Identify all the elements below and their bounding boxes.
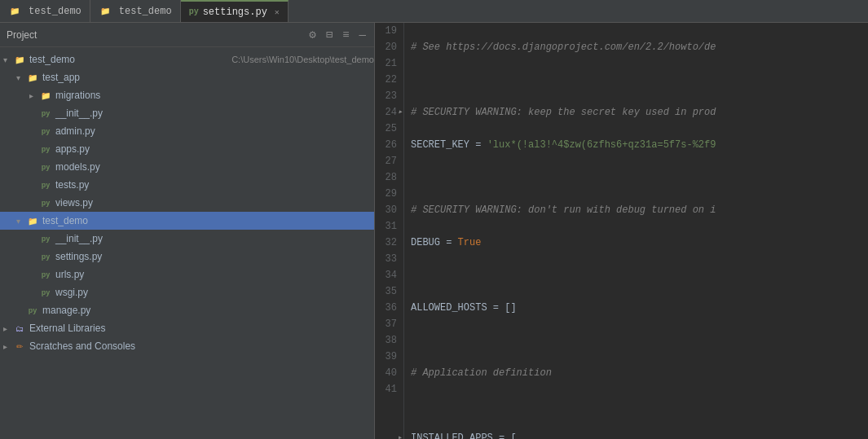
tree-item-wsgi[interactable]: py wsgi.py [0,283,374,301]
py-file-icon: py [39,125,52,138]
tree-label: admin.py [55,125,374,137]
tab-project[interactable]: 📁 test_demo [0,0,90,22]
tree-item-settings[interactable]: py settings.py [0,248,374,266]
split-icon[interactable]: ⊟ [324,26,334,43]
tree-label: __init__.py [55,108,374,119]
tree-item-init-app[interactable]: py __init__.py [0,104,374,122]
tree-item-models[interactable]: py models.py [0,158,374,176]
code-line-31: ▸INSTALLED_APPS = [ [411,430,861,439]
file-tree: 📁 test_demo C:\Users\Win10\Desktop\test_… [0,47,374,439]
code-line-25: DEBUG = True [411,235,861,251]
code-line-20 [411,72,861,88]
tree-arrow [3,342,13,351]
tab-settings-py[interactable]: py settings.py ✕ [181,0,289,22]
tree-item-tests[interactable]: py tests.py [0,176,374,194]
tree-item-root[interactable]: 📁 test_demo C:\Users\Win10\Desktop\test_… [0,50,374,68]
tree-arrow [29,91,39,100]
folder-icon: 📁 [26,214,39,227]
py-file-icon: py [39,196,52,209]
settings-icon[interactable]: ≡ [341,27,350,43]
py-file-icon: py [26,304,39,317]
py-file-icon: py [39,232,52,245]
tree-label: test_demo [42,215,374,226]
scratches-icon: ✏ [13,340,26,353]
tree-label: settings.py [55,251,374,262]
code-line-30 [411,397,861,414]
main-layout: Project ⚙ ⊟ ≡ — 📁 test_demo C:\Users\Win… [0,23,868,439]
tree-item-init-demo[interactable]: py __init__.py [0,230,374,248]
code-area[interactable]: 19 20 21 22 23 24 25 26 27 28 29 30 31 3… [375,23,868,439]
line-numbers: 19 20 21 22 23 24 25 26 27 28 29 30 31 3… [375,23,404,439]
tree-label: models.py [55,161,374,173]
folder-icon: 📁 [39,89,52,102]
sidebar-title: Project [7,29,301,41]
code-line-28 [411,332,861,349]
sidebar: Project ⚙ ⊟ ≡ — 📁 test_demo C:\Users\Win… [0,23,375,439]
py-file-icon: py [39,268,52,281]
py-file-icon: py [39,107,52,120]
tree-arrow [3,324,13,333]
folder-icon: 📁 [99,5,112,18]
tree-item-admin[interactable]: py admin.py [0,122,374,140]
sidebar-toolbar: Project ⚙ ⊟ ≡ — [0,23,374,47]
py-file-icon: py [39,143,52,156]
code-line-21: ▸# SECURITY WARNING: keep the secret key… [411,104,861,121]
tree-item-manage[interactable]: py manage.py [0,301,374,319]
tab-label: settings.py [203,7,267,18]
tree-label: wsgi.py [55,287,374,298]
tab-test-demo[interactable]: 📁 test_demo [90,0,181,22]
folder-icon: 📁 [13,53,26,66]
code-line-27: ALLOWED_HOSTS = [] [411,300,861,316]
tree-item-migrations[interactable]: 📁 migrations [0,86,374,104]
code-line-22: SECRET_KEY = 'lux*(!al3!^4$zw(6zfhs6+qz3… [411,137,861,153]
tree-label: views.py [55,197,374,209]
tree-item-ext-libs[interactable]: 🗂 External Libraries [0,319,374,337]
py-file-icon: py [39,160,52,173]
folder-icon: 📁 [26,71,39,84]
tree-label: __init__.py [55,233,374,244]
editor: 19 20 21 22 23 24 25 26 27 28 29 30 31 3… [375,23,868,439]
tree-item-apps[interactable]: py apps.py [0,140,374,158]
py-icon: py [189,7,199,16]
gear-icon[interactable]: ⚙ [307,26,317,43]
tree-label: urls.py [55,269,374,280]
tree-label: apps.py [55,143,374,155]
py-file-icon: py [39,250,52,263]
tree-label: test_app [42,72,374,83]
tree-item-views[interactable]: py views.py [0,194,374,212]
py-file-icon: py [39,286,52,299]
tree-arrow [16,217,26,226]
tree-label: test_demo [29,54,227,65]
tree-arrow [3,55,13,64]
code-content: # See https://docs.djangoproject.com/en/… [404,23,868,439]
tree-item-urls[interactable]: py urls.py [0,266,374,283]
py-file-icon: py [39,178,52,191]
code-line-19: # See https://docs.djangoproject.com/en/… [411,39,861,55]
tree-label: Scratches and Consoles [29,340,374,352]
tree-path: C:\Users\Win10\Desktop\test_demo [231,55,374,64]
tree-label: External Libraries [29,323,374,334]
code-line-29: # Application definition [411,365,861,381]
code-line-24: # SECURITY WARNING: don't run with debug… [411,202,861,218]
tab-bar: 📁 test_demo 📁 test_demo py settings.py ✕ [0,0,868,23]
tab-close-icon[interactable]: ✕ [275,7,280,17]
ext-libs-icon: 🗂 [13,322,26,335]
tree-arrow [16,73,26,82]
tree-item-scratches[interactable]: ✏ Scratches and Consoles [0,337,374,355]
tree-item-test-app[interactable]: 📁 test_app [0,68,374,86]
tab-label: test_demo [119,6,172,17]
code-line-26 [411,267,861,283]
tree-label: manage.py [42,305,374,316]
code-line-23 [411,169,861,186]
tree-item-test-demo-pkg[interactable]: 📁 test_demo [0,212,374,230]
tree-label: migrations [55,90,374,101]
minimize-icon[interactable]: — [358,27,368,43]
tree-label: tests.py [55,179,374,191]
folder-icon: 📁 [8,5,21,18]
tab-label: test_demo [29,6,82,17]
